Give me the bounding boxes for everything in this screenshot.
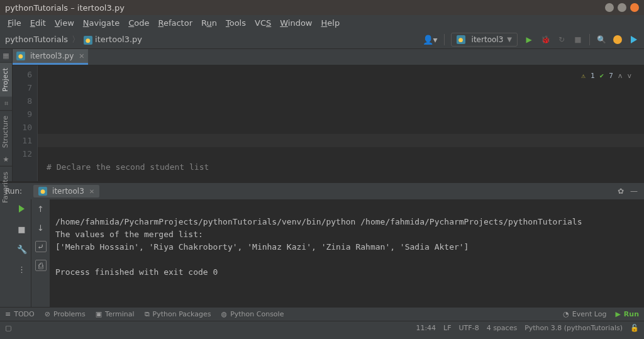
inspection-widget[interactable]: ⚠1 ✔7 ʌ v xyxy=(581,69,631,82)
python-packages-tool-button[interactable]: ⧉Python Packages xyxy=(145,310,211,318)
line-number-gutter: 6789101112 xyxy=(13,65,38,181)
debug-button[interactable]: 🐞 xyxy=(540,35,550,45)
breadcrumb: pythonTutorials 〉 ●itertool3.py xyxy=(5,34,142,45)
attach-button[interactable]: ↻ xyxy=(557,35,567,45)
structure-tool-icon[interactable]: ⌗ xyxy=(0,97,12,110)
menu-edit[interactable]: Edit xyxy=(26,17,50,29)
wrench-icon[interactable]: 🔧 xyxy=(16,243,28,255)
tool-window-toggle-icon[interactable]: ▢ xyxy=(5,324,11,332)
run-tab-itertool3[interactable]: ● itertool3 ✕ xyxy=(33,185,99,197)
terminal-icon: ▣ xyxy=(96,310,102,318)
structure-tool-tab[interactable]: Structure xyxy=(0,110,12,153)
python-file-icon: ● xyxy=(38,187,47,196)
menu-bar: File Edit View Navigate Code Refactor Ru… xyxy=(0,15,644,30)
close-run-tab-icon[interactable]: ✕ xyxy=(89,188,94,195)
project-tool-icon[interactable]: ▦ xyxy=(0,49,12,62)
window-title: pythonTutorials – itertool3.py xyxy=(5,3,125,13)
warning-icon: ⚠ xyxy=(581,69,586,82)
package-icon: ⧉ xyxy=(145,310,150,318)
toolbar-separator xyxy=(444,34,445,45)
menu-refactor[interactable]: Refactor xyxy=(154,17,196,29)
window-titlebar: pythonTutorials – itertool3.py xyxy=(0,0,644,15)
soft-wrap-icon[interactable]: ⤶ xyxy=(35,241,47,252)
print-icon[interactable]: ⎙ xyxy=(35,260,47,271)
run-config-name: itertool3 xyxy=(472,35,504,44)
rerun-button[interactable] xyxy=(16,203,28,214)
breadcrumb-separator-icon: 〉 xyxy=(72,34,80,45)
menu-help[interactable]: Help xyxy=(318,17,344,29)
help-button[interactable] xyxy=(613,35,623,45)
menu-code[interactable]: Code xyxy=(125,17,153,29)
lock-icon[interactable]: 🔓 xyxy=(630,324,639,332)
close-tab-icon[interactable]: ✕ xyxy=(79,52,84,60)
python-icon: ◍ xyxy=(221,310,228,318)
menu-view[interactable]: View xyxy=(51,17,78,29)
project-tool-tab[interactable]: Project xyxy=(0,62,12,97)
toolbar-separator xyxy=(589,34,590,45)
chevron-down-icon: ▼ xyxy=(507,36,512,43)
python-file-icon: ● xyxy=(16,52,25,60)
menu-navigate[interactable]: Navigate xyxy=(79,17,123,29)
editor-tab-itertool3[interactable]: ● itertool3.py ✕ xyxy=(13,49,88,65)
editor-tab-bar: ● itertool3.py ✕ xyxy=(13,49,644,65)
code-area[interactable]: ⚠1 ✔7 ʌ v # Declare the second student l… xyxy=(38,65,644,181)
file-encoding[interactable]: UTF-8 xyxy=(459,324,479,332)
todo-tool-button[interactable]: ≡TODO xyxy=(5,310,35,318)
down-arrow-icon[interactable]: ↓ xyxy=(35,222,47,233)
add-config-icon[interactable]: 👤▾ xyxy=(423,35,438,45)
run-config-dropdown[interactable]: ● itertool3 ▼ xyxy=(451,33,518,47)
menu-vcs[interactable]: VCS xyxy=(251,17,275,29)
menu-tools[interactable]: Tools xyxy=(222,17,250,29)
run-tool-window: Run: ● itertool3 ✕ ✿ — ■ 🔧 ⋮ ↑ ↓ ⤶ ⎙ /ho… xyxy=(0,181,644,307)
window-maximize-button[interactable] xyxy=(618,3,626,12)
bottom-tool-bar: ≡TODO ⊘Problems ▣Terminal ⧉Python Packag… xyxy=(0,307,644,321)
python-file-icon: ● xyxy=(457,35,465,44)
breadcrumb-file[interactable]: ●itertool3.py xyxy=(84,35,142,45)
event-log-tool-button[interactable]: ◔Event Log xyxy=(563,310,606,318)
run-button[interactable]: ▶ xyxy=(524,35,534,45)
speech-bubble-icon: ◔ xyxy=(563,310,569,318)
interpreter-widget[interactable]: Python 3.8 (pythonTutorials) xyxy=(525,324,623,332)
stop-button[interactable]: ■ xyxy=(573,35,583,45)
code-editor[interactable]: 6789101112 ⚠1 ✔7 ʌ v # Declare the secon… xyxy=(13,65,644,181)
run-header: Run: ● itertool3 ✕ ✿ — xyxy=(0,183,644,199)
status-bar: ▢ 11:44 LF UTF-8 4 spaces Python 3.8 (py… xyxy=(0,321,644,335)
next-highlight-icon[interactable]: v xyxy=(627,69,631,82)
window-close-button[interactable] xyxy=(630,3,639,12)
search-everywhere-button[interactable]: 🔍 xyxy=(596,35,606,45)
menu-run[interactable]: Run xyxy=(197,17,221,29)
up-arrow-icon[interactable]: ↑ xyxy=(35,203,47,214)
console-output[interactable]: /home/fahmida/PycharmProjects/pythonTuto… xyxy=(50,199,644,307)
left-tool-tabs: ▦ Project ⌗ Structure ★ Favorites xyxy=(0,49,13,181)
navigation-bar: pythonTutorials 〉 ●itertool3.py 👤▾ ● ite… xyxy=(0,30,644,49)
breadcrumb-project[interactable]: pythonTutorials xyxy=(5,35,68,44)
python-file-icon: ● xyxy=(84,36,92,45)
caret-position[interactable]: 11:44 xyxy=(416,324,436,332)
problems-tool-button[interactable]: ⊘Problems xyxy=(45,310,86,318)
editor-tab-label: itertool3.py xyxy=(30,52,74,60)
run-tool-button[interactable]: ▶Run xyxy=(615,310,639,318)
vertical-dots-icon[interactable]: ⋮ xyxy=(16,264,28,275)
run-settings-icon[interactable]: ✿ xyxy=(618,187,624,196)
window-minimize-button[interactable] xyxy=(605,3,614,12)
indent-settings[interactable]: 4 spaces xyxy=(487,324,518,332)
favorites-tool-tab[interactable]: Favorites xyxy=(0,166,12,208)
checkmark-icon: ✔ xyxy=(600,69,604,82)
line-separator[interactable]: LF xyxy=(443,324,451,332)
run-icon: ▶ xyxy=(615,310,620,318)
stop-run-button[interactable]: ■ xyxy=(16,223,28,235)
run-anything-button[interactable] xyxy=(629,35,639,45)
python-console-tool-button[interactable]: ◍Python Console xyxy=(221,310,284,318)
terminal-tool-button[interactable]: ▣Terminal xyxy=(96,310,135,318)
run-output-gutter: ↑ ↓ ⤶ ⎙ xyxy=(31,199,50,307)
list-icon: ≡ xyxy=(5,310,11,318)
run-hide-icon[interactable]: — xyxy=(630,187,638,196)
prev-highlight-icon[interactable]: ʌ xyxy=(618,69,623,82)
favorites-tool-icon[interactable]: ★ xyxy=(0,153,12,166)
menu-file[interactable]: File xyxy=(4,17,25,29)
alert-icon: ⊘ xyxy=(45,310,50,318)
menu-window[interactable]: Window xyxy=(276,17,316,29)
run-action-gutter: ■ 🔧 ⋮ xyxy=(13,199,31,307)
